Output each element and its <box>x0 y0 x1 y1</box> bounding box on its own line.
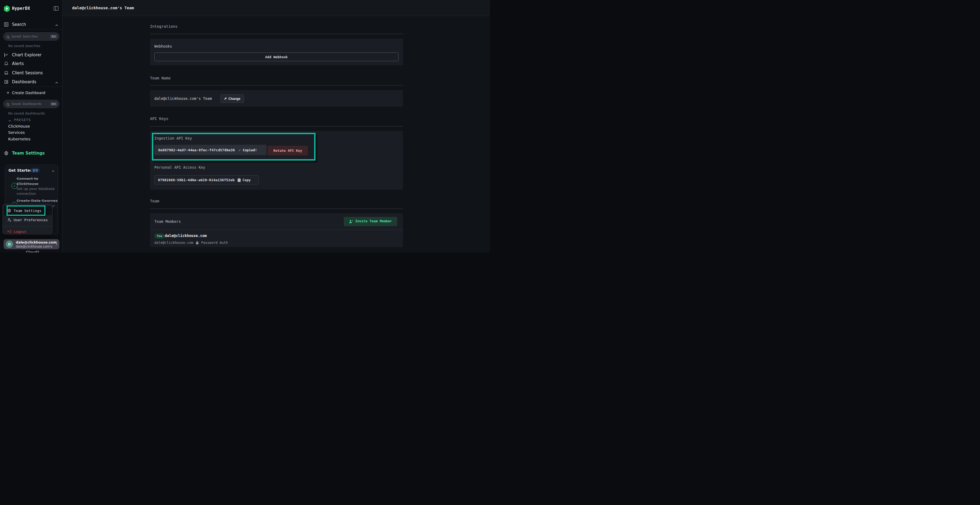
brand-name: HyperDX <box>12 6 30 11</box>
get-started-item-subtitle: Set up your database connection <box>17 186 56 196</box>
user-gear-icon <box>7 218 11 222</box>
team-members-card: Team Members Invite Team Member You dale… <box>150 213 403 247</box>
app-window: HyperDX Search ⌘K No saved searches <box>0 0 490 252</box>
add-webhook-button[interactable]: Add Webhook <box>154 52 399 61</box>
check-icon: ✓ <box>239 148 241 152</box>
no-saved-dashboards-note: No saved dashboards <box>8 111 45 115</box>
team-settings-label: Team Settings <box>12 151 45 156</box>
sidebar-section-search-label: Search <box>12 22 26 27</box>
gear-icon <box>7 208 11 213</box>
create-dashboard-button[interactable]: + Create Dashboard <box>0 89 63 97</box>
chart-explorer-icon <box>4 52 9 57</box>
search-section-icon <box>4 22 9 27</box>
shortcut-badge: ⌘K <box>50 35 57 39</box>
saved-dashboards-search[interactable]: ⌘K <box>3 100 59 108</box>
saved-dashboards-input[interactable] <box>10 102 50 106</box>
search-icon <box>6 35 10 38</box>
team-name-value: dale@clickhouse.com's Team <box>154 96 212 101</box>
page-header: dale@clickhouse.com's Team <box>63 0 490 16</box>
sidebar-item-label: Chart Explorer <box>12 52 41 57</box>
member-name: dale@clickhouse.com <box>165 233 207 238</box>
sidebar-section-search[interactable]: Search <box>0 20 63 29</box>
sidebar-item-alerts[interactable]: Alerts <box>0 60 63 68</box>
menu-item-user-preferences[interactable]: User Preferences <box>4 215 52 224</box>
saved-searches-input[interactable] <box>10 35 50 38</box>
account-name: dale@clickhouse.com <box>16 240 57 245</box>
laptop-icon <box>4 70 9 75</box>
get-started-title: Get Started <box>8 168 33 173</box>
divider <box>150 209 403 209</box>
section-title-integrations: Integrations <box>150 24 340 29</box>
ingestion-api-key-chip[interactable]: 8e887902-4ed7-44ea-8fec-f47cd578be36 ✓ C… <box>154 145 267 155</box>
member-email: dale@clickhouse.com <box>154 241 193 245</box>
no-saved-searches-note: No saved searches <box>8 44 40 48</box>
clipped-sidebar-text: Cloud? <box>26 250 39 252</box>
hyperdx-logo-icon <box>3 5 10 12</box>
sidebar-item-label: Alerts <box>12 61 24 66</box>
account-team-name: dale@clickhouse.com's <box>16 245 52 248</box>
ingestion-api-key-label: Ingestion API Key <box>154 136 192 140</box>
presets-toggle[interactable]: PRESETS <box>8 117 57 123</box>
user-plus-icon <box>349 219 353 224</box>
brand-row: HyperDX <box>0 3 63 14</box>
personal-api-key-value: 87982668-58b1-4d6e-a620-014a136f52eb <box>158 178 235 182</box>
page-title: dale@clickhouse.com's Team <box>72 6 134 10</box>
chevron-up-icon[interactable] <box>51 169 55 172</box>
chevron-right-icon: › <box>56 242 57 246</box>
copy-label: Copy <box>243 178 251 182</box>
divider <box>150 126 403 127</box>
copied-label: Copied! <box>243 148 257 152</box>
clipboard-icon <box>237 178 241 182</box>
change-team-name-button[interactable]: ✎ Change <box>221 94 244 103</box>
saved-searches-search[interactable]: ⌘K <box>3 32 59 41</box>
collapse-sidebar-icon[interactable] <box>53 6 59 11</box>
sidebar-item-dashboards[interactable]: Dashboards <box>0 78 63 86</box>
you-badge: You <box>154 233 165 239</box>
get-started-item-title[interactable]: Create Data Sources <box>17 198 60 203</box>
preset-kubernetes[interactable]: Kubernetes <box>8 137 30 141</box>
invite-team-member-button[interactable]: Invite Team Member <box>344 217 397 226</box>
team-members-label: Team Members <box>154 219 181 224</box>
rotate-api-key-button[interactable]: Rotate API Key <box>267 146 308 156</box>
sidebar-item-chart-explorer[interactable]: Chart Explorer <box>0 51 63 59</box>
account-chip[interactable]: D dale@clickhouse.com dale@clickhouse.co… <box>3 239 59 249</box>
chevron-down-icon <box>8 118 11 122</box>
preset-clickhouse[interactable]: ClickHouse <box>8 124 30 129</box>
api-keys-card: Ingestion API Key 8e887902-4ed7-44ea-8fe… <box>150 131 403 190</box>
menu-item-logout[interactable]: Logout <box>4 227 52 236</box>
member-meta-row: dale@clickhouse.com Password Auth <box>154 241 228 245</box>
avatar: D <box>6 241 13 248</box>
sidebar-item-client-sessions[interactable]: Client Sessions <box>0 69 63 77</box>
copy-button[interactable]: Copy <box>237 178 251 182</box>
dashboards-icon <box>4 79 9 84</box>
bell-icon <box>4 61 9 66</box>
gear-icon <box>4 151 9 156</box>
logout-icon <box>7 229 11 234</box>
section-title-api-keys: API Keys <box>150 116 340 121</box>
copied-indicator: ✓ Copied! <box>239 148 257 152</box>
pencil-icon: ✎ <box>224 97 227 101</box>
member-auth-type: Password Auth <box>201 241 228 245</box>
menu-item-team-settings[interactable]: Team Settings <box>4 206 52 215</box>
team-name-card: dale@clickhouse.com's Team ✎ Change <box>150 90 403 106</box>
sidebar-item-team-settings[interactable]: Team Settings <box>0 149 63 157</box>
plus-icon: + <box>6 91 10 95</box>
menu-item-label: User Preferences <box>14 218 48 222</box>
lock-icon <box>196 241 199 245</box>
personal-api-key-chip[interactable]: 87982668-58b1-4d6e-a620-014a136f52eb Cop… <box>154 175 259 184</box>
personal-api-key-label: Personal API Access Key <box>154 165 205 170</box>
get-started-item-title[interactable]: Connect to ClickHouse <box>17 176 52 186</box>
menu-item-label: Team Settings <box>14 209 41 213</box>
account-menu-popup: Team Settings User Preferences Logout <box>2 204 52 234</box>
search-icon <box>6 102 10 106</box>
chevron-up-icon <box>55 80 58 84</box>
create-dashboard-label: Create Dashboard <box>12 91 45 95</box>
main-content: Integrations Webhooks Add Webhook Team N… <box>63 16 490 252</box>
divider <box>150 85 403 86</box>
progress-badge: 2/3 <box>30 168 40 173</box>
ingestion-api-key-value: 8e887902-4ed7-44ea-8fec-f47cd578be36 <box>158 148 235 152</box>
sidebar: HyperDX Search ⌘K No saved searches <box>0 0 63 252</box>
sidebar-item-label: Dashboards <box>12 79 36 84</box>
preset-services[interactable]: Services <box>8 130 25 135</box>
sidebar-item-label: Client Sessions <box>12 70 43 75</box>
